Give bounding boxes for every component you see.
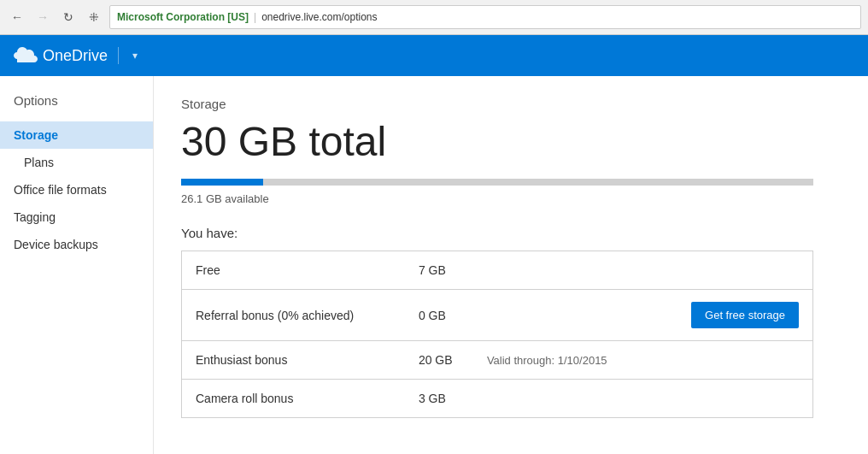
table-cell-action <box>650 380 812 418</box>
secure-label: Microsoft Corporation [US] <box>117 11 249 23</box>
address-url: onedrive.live.com/options <box>261 11 853 23</box>
table-cell-name: Free <box>182 251 405 290</box>
address-bar[interactable]: Microsoft Corporation [US] | onedrive.li… <box>109 5 861 29</box>
table-cell-note <box>473 251 650 290</box>
sidebar-item-device-backups[interactable]: Device backups <box>0 231 153 258</box>
header-chevron[interactable]: ▾ <box>132 50 138 62</box>
sidebar: Options Storage Plans Office file format… <box>0 76 154 454</box>
progress-bar-fill <box>181 179 263 186</box>
get-free-storage-button[interactable]: Get free storage <box>691 302 799 328</box>
table-cell-amount: 3 GB <box>405 380 473 418</box>
sidebar-item-storage[interactable]: Storage <box>0 121 153 149</box>
you-have-title: You have: <box>181 226 841 240</box>
browser-toolbar: ← → ↻ ⁜ Microsoft Corporation [US] | one… <box>0 0 868 34</box>
back-button[interactable]: ← <box>7 7 27 27</box>
sidebar-item-plans[interactable]: Plans <box>0 149 153 176</box>
table-cell-amount: 0 GB <box>405 290 473 341</box>
table-cell-note <box>473 380 650 418</box>
sidebar-title: Options <box>0 86 153 121</box>
main-content: Storage 30 GB total 26.1 GB available Yo… <box>154 76 868 454</box>
table-cell-amount: 7 GB <box>405 251 473 290</box>
onedrive-logo-icon <box>14 47 38 64</box>
onedrive-text: OneDrive <box>43 47 108 65</box>
refresh-button[interactable]: ↻ <box>58 7 79 27</box>
sidebar-item-tagging[interactable]: Tagging <box>0 203 153 231</box>
table-row: Free 7 GB <box>182 251 813 290</box>
table-cell-action <box>650 251 812 290</box>
onedrive-header: OneDrive ▾ <box>0 35 868 76</box>
storage-table: Free 7 GB Referral bonus (0% achieved) 0… <box>181 251 813 418</box>
address-separator: | <box>254 11 256 23</box>
forward-button[interactable]: → <box>32 7 53 27</box>
table-row: Enthusiast bonus 20 GB Valid through: 1/… <box>182 341 813 380</box>
onedrive-logo[interactable]: OneDrive <box>14 47 108 65</box>
table-row: Referral bonus (0% achieved) 0 GB Get fr… <box>182 290 813 341</box>
table-cell-note <box>473 290 650 341</box>
table-row: Camera roll bonus 3 GB <box>182 380 813 418</box>
table-cell-name: Referral bonus (0% achieved) <box>182 290 405 341</box>
storage-total: 30 GB total <box>181 118 841 165</box>
header-divider <box>118 47 119 64</box>
table-cell-name: Camera roll bonus <box>182 380 405 418</box>
browser-chrome: ← → ↻ ⁜ Microsoft Corporation [US] | one… <box>0 0 868 35</box>
apps-button[interactable]: ⁜ <box>84 7 104 27</box>
table-cell-action <box>650 341 812 380</box>
table-cell-note: Valid through: 1/10/2015 <box>473 341 650 380</box>
storage-available: 26.1 GB available <box>181 192 841 205</box>
table-cell-action[interactable]: Get free storage <box>650 290 812 341</box>
progress-bar-container <box>181 179 813 186</box>
table-cell-name: Enthusiast bonus <box>182 341 405 380</box>
sidebar-item-office-file-formats[interactable]: Office file formats <box>0 176 153 203</box>
table-cell-amount: 20 GB <box>405 341 473 380</box>
content-title: Storage <box>181 97 841 111</box>
main-layout: Options Storage Plans Office file format… <box>0 76 868 454</box>
